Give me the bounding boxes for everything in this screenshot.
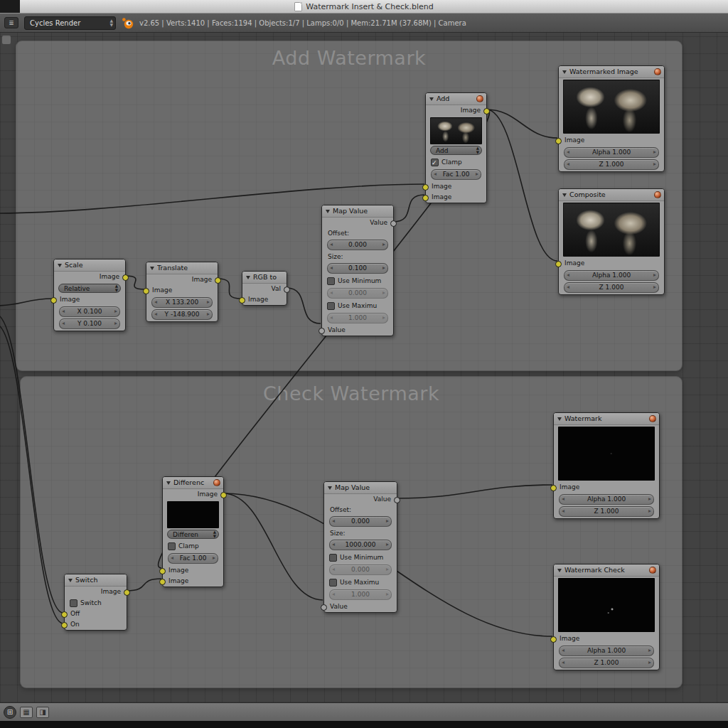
socket-input-image[interactable] (159, 568, 166, 574)
value-slider[interactable]: Alpha 1.000 (564, 147, 659, 158)
checkbox-row[interactable]: Switch (65, 597, 127, 609)
value-slider[interactable]: Fac 1.00 (431, 169, 481, 180)
dropdown-menu[interactable]: Add▲▼ (430, 146, 482, 155)
value-slider[interactable]: Y -148.900 (151, 309, 213, 320)
value-slider[interactable]: 0.100 (327, 263, 388, 274)
node-header[interactable]: Add (426, 93, 486, 105)
collapse-triangle-icon[interactable] (557, 417, 562, 421)
value-slider[interactable]: 0.000 (327, 288, 388, 299)
node-header[interactable]: RGB to (242, 272, 287, 284)
value-slider[interactable]: 0.000 (327, 240, 388, 250)
node-map-value-1[interactable]: Map ValueValueOffset:0.000Size:0.100Use … (321, 205, 394, 336)
checkbox-row[interactable]: Use Maximu (324, 577, 397, 588)
socket-output-value[interactable] (390, 220, 397, 227)
socket-output-val[interactable] (284, 287, 290, 293)
dropdown-menu[interactable]: Differen▲▼ (167, 530, 219, 539)
collapse-triangle-icon[interactable] (429, 97, 434, 101)
value-slider[interactable]: 0.000 (329, 516, 392, 527)
node-viewer-watermarked-image[interactable]: Watermarked ImageImageAlpha 1.000Z 1.000 (558, 65, 665, 172)
checkbox[interactable] (431, 159, 439, 166)
value-slider[interactable]: 1000.000 (329, 540, 392, 550)
node-header[interactable]: Watermark (554, 413, 659, 425)
socket-input-image[interactable] (422, 184, 429, 191)
value-slider[interactable]: 1.000 (327, 313, 388, 323)
socket-input-image[interactable] (550, 636, 557, 643)
value-slider[interactable]: Z 1.000 (564, 282, 659, 293)
node-difference[interactable]: DifferencImageDifferen▲▼ClampFac 1.00Ima… (162, 476, 224, 587)
collapse-triangle-icon[interactable] (166, 481, 171, 485)
checkbox[interactable] (329, 554, 337, 562)
node-header[interactable]: Translate (146, 262, 218, 274)
checkbox-row[interactable]: Clamp (426, 156, 486, 168)
socket-input-image[interactable] (159, 579, 166, 585)
node-translate[interactable]: TranslateImageImageX 133.200Y -148.900 (146, 262, 218, 322)
socket-output-image[interactable] (220, 492, 227, 498)
value-slider[interactable]: Alpha 1.000 (559, 646, 654, 656)
value-slider[interactable]: Y 0.100 (59, 318, 120, 329)
value-slider[interactable]: Z 1.000 (564, 159, 659, 170)
node-map-value-2[interactable]: Map ValueValueOffset:0.000Size:1000.000U… (323, 481, 397, 613)
node-header[interactable]: Differenc (163, 477, 223, 489)
socket-output-image[interactable] (124, 589, 130, 596)
value-slider[interactable]: Alpha 1.000 (559, 494, 654, 505)
socket-input-off[interactable] (61, 611, 68, 618)
node-viewer-watermark-check[interactable]: Watermark CheckImageAlpha 1.000Z 1.000 (553, 564, 660, 670)
socket-input-image[interactable] (550, 485, 557, 491)
value-slider[interactable]: 0.000 (329, 564, 392, 575)
collapse-triangle-icon[interactable] (246, 276, 250, 279)
compositing-nodes-icon[interactable]: ◨ (36, 707, 49, 718)
socket-input-image[interactable] (555, 138, 562, 144)
collapse-triangle-icon[interactable] (68, 579, 73, 582)
socket-output-image[interactable] (122, 274, 129, 281)
collapse-triangle-icon[interactable] (150, 267, 154, 270)
node-switch[interactable]: SwitchImageSwitchOffOn (64, 574, 127, 631)
checkbox[interactable] (168, 542, 176, 550)
checkbox[interactable] (327, 302, 335, 310)
value-slider[interactable]: 1.000 (329, 589, 392, 600)
node-viewer-watermark[interactable]: WatermarkImageAlpha 1.000Z 1.000 (553, 412, 660, 519)
editor-type-button-bottom[interactable]: ⊞ (4, 706, 16, 719)
collapse-triangle-icon[interactable] (557, 569, 562, 572)
collapse-triangle-icon[interactable] (562, 193, 567, 197)
socket-input-value[interactable] (321, 604, 327, 611)
node-canvas[interactable]: Add WatermarkCheck Watermark ScaleImageR… (0, 33, 728, 702)
value-slider[interactable]: Z 1.000 (559, 506, 654, 517)
value-slider[interactable]: Z 1.000 (559, 658, 654, 668)
socket-input-value[interactable] (318, 328, 325, 334)
node-header[interactable]: Map Value (322, 205, 393, 218)
socket-output-image[interactable] (483, 108, 490, 114)
checkbox-row[interactable]: Clamp (163, 540, 223, 552)
socket-input-on[interactable] (61, 622, 68, 628)
socket-input-image[interactable] (239, 297, 245, 304)
editor-type-button[interactable]: ≣ (4, 17, 18, 28)
node-header[interactable]: Watermarked Image (559, 66, 664, 78)
node-scale[interactable]: ScaleImageRelative▲▼ImageX 0.100Y 0.100 (53, 259, 126, 331)
checkbox-row[interactable]: Use Minimum (322, 275, 393, 287)
render-engine-select[interactable]: Cycles Render ▲▼ (24, 16, 116, 30)
socket-output-image[interactable] (215, 277, 221, 284)
value-slider[interactable]: X 133.200 (151, 297, 213, 308)
checkbox[interactable] (327, 277, 335, 285)
collapse-triangle-icon[interactable] (328, 486, 332, 490)
socket-output-value[interactable] (394, 497, 400, 503)
collapse-triangle-icon[interactable] (562, 70, 567, 74)
node-header[interactable]: Composite (559, 189, 664, 201)
checkbox-row[interactable]: Use Minimum (324, 552, 397, 563)
checkbox[interactable] (70, 599, 77, 607)
node-header[interactable]: Scale (54, 259, 125, 272)
node-add-mix[interactable]: AddImageAdd▲▼ClampFac 1.00ImageImage (425, 92, 487, 203)
socket-input-image[interactable] (422, 195, 429, 201)
shader-nodes-icon[interactable]: ▦ (20, 707, 33, 718)
node-header[interactable]: Map Value (324, 482, 397, 494)
node-composite[interactable]: CompositeImageAlpha 1.000Z 1.000 (558, 188, 665, 295)
socket-input-image[interactable] (143, 288, 149, 294)
checkbox-row[interactable]: Use Maximu (322, 300, 393, 311)
value-slider[interactable]: X 0.100 (59, 306, 120, 317)
collapse-triangle-icon[interactable] (326, 210, 330, 213)
node-header[interactable]: Switch (65, 574, 127, 587)
socket-input-image[interactable] (555, 261, 562, 267)
value-slider[interactable]: Fac 1.00 (168, 553, 218, 564)
collapse-triangle-icon[interactable] (58, 264, 62, 267)
node-header[interactable]: Watermark Check (554, 564, 659, 577)
dropdown-menu[interactable]: Relative▲▼ (58, 284, 121, 293)
